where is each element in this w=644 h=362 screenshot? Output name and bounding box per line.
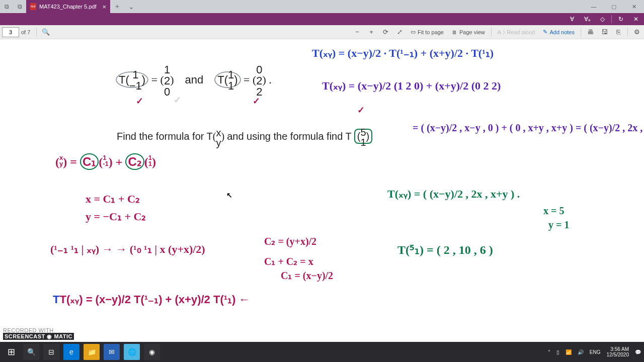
search-taskbar-icon[interactable]: 🔍 bbox=[23, 344, 39, 360]
search-icon[interactable]: 🔍 bbox=[39, 25, 53, 39]
windows-taskbar[interactable]: ⊞ 🔍 ⊟ e 📁 ✉ 🌐 ◉ ˄ ▯ 📶 🔊 ENG 3:56 AM12/5/… bbox=[0, 342, 644, 362]
tray-wifi-icon[interactable]: 📶 bbox=[566, 349, 572, 355]
taskview-icon[interactable]: ⊟ bbox=[43, 344, 59, 360]
tabs-chevron-icon[interactable]: ⌄ bbox=[124, 0, 138, 13]
pdf-text-1: T(1−1) = (120) and T(11) = (022) . bbox=[116, 64, 272, 98]
anno-green-4: T(⁵₁) = ( 2 , 10 , 6 ) bbox=[397, 243, 493, 257]
anno-green-3: y = 1 bbox=[548, 219, 569, 231]
zoom-out-button[interactable]: − bbox=[350, 25, 364, 39]
tray-chevron-icon[interactable]: ˄ bbox=[548, 349, 550, 355]
tick-3: ✓ bbox=[253, 96, 260, 107]
app-mail-icon[interactable]: ✉ bbox=[104, 344, 120, 360]
cursor-icon: ↖ bbox=[226, 191, 232, 200]
anno-blue-1: T(ₓᵧ) = (x−y)/2 · T(¹₋₁) + (x+y)/2 · T(¹… bbox=[312, 47, 494, 60]
tray-lang[interactable]: ENG bbox=[590, 349, 601, 355]
screencast-watermark: RECORDED WITH SCREENCAST ◉ MATIC bbox=[3, 327, 74, 340]
tick-2: ✓ bbox=[174, 95, 181, 106]
system-tray[interactable]: ˄ ▯ 📶 🔊 ENG 3:56 AM12/5/2020 💬 bbox=[548, 346, 641, 357]
tray-volume-icon[interactable]: 🔊 bbox=[578, 349, 584, 355]
tabactions-icon[interactable]: ⧉ bbox=[0, 0, 13, 13]
anno-red-6: C₁ + C₂ = x bbox=[264, 255, 313, 267]
app-explorer-icon[interactable]: 📁 bbox=[84, 344, 100, 360]
toolbar-sep2 bbox=[491, 28, 492, 37]
anno-purple-1: T(ₓᵧ) = (x−y)/2 (1 2 0) + (x+y)/2 (0 2 2… bbox=[322, 79, 501, 93]
zoom-in-button[interactable]: + bbox=[364, 25, 378, 39]
anno-red-8: TT(ₓᵧ) = (x−y)/2 T(¹₋₁) + (x+y)/2 T(¹₁) … bbox=[53, 293, 250, 306]
highlight-icon[interactable]: ∀ bbox=[566, 14, 578, 24]
app-edge-icon[interactable]: e bbox=[63, 344, 79, 360]
print-icon[interactable]: 🖶 bbox=[583, 25, 597, 39]
tab-active[interactable]: MAT423_Chapter 5.pdf × bbox=[26, 0, 110, 13]
read-aloud-button[interactable]: A) Read aloud bbox=[494, 25, 539, 39]
close-pane-icon[interactable]: ✕ bbox=[630, 14, 642, 24]
toolbar-sep bbox=[36, 28, 37, 37]
anno-red-5: C₂ = (y+x)/2 bbox=[264, 235, 316, 247]
settings-icon[interactable]: ⚙ bbox=[630, 25, 644, 39]
expand-icon[interactable]: ⤢ bbox=[392, 25, 407, 39]
save-icon[interactable]: 🖫 bbox=[597, 25, 611, 39]
document-page: T(1−1) = (120) and T(11) = (022) . ✓ ✓ ✓… bbox=[0, 39, 644, 342]
anno-purple-2: = ( (x−y)/2 , x−y , 0 ) + ( 0 , x+y , x+… bbox=[413, 122, 644, 134]
anno-red-3: y = −C₁ + C₂ bbox=[86, 210, 146, 223]
pdf-text-2: Find the formula for T(xy) and using the… bbox=[117, 127, 372, 148]
anno-red-4: (¹₋₁ ¹₁ | ₓᵧ) → → (¹₀ ¹₁ | x (y+x)/2) bbox=[50, 243, 205, 256]
tick-4: ✓ bbox=[357, 105, 365, 116]
anno-green-1: T(ₓᵧ) = ( (x−y)/2 , 2x , x+y ) . bbox=[387, 188, 520, 201]
window-titlebar: ⧉ ⧉ MAT423_Chapter 5.pdf × ＋ ⌄ — ▢ ✕ bbox=[0, 0, 644, 13]
close-tab-icon[interactable]: × bbox=[100, 3, 107, 11]
tab-title: MAT423_Chapter 5.pdf bbox=[39, 4, 97, 10]
tray-clock[interactable]: 3:56 AM12/5/2020 bbox=[607, 346, 629, 357]
anno-red-1: (xy) = C₁(1-1) + C₂(11) bbox=[55, 155, 156, 169]
pdf-toolbar: of 7 🔍 − + ⟳ ⤢ ▭ Fit to page 🗎 Page view… bbox=[0, 25, 644, 39]
fit-to-page-button[interactable]: ▭ Fit to page bbox=[407, 25, 448, 39]
new-tab-button[interactable]: ＋ bbox=[110, 0, 124, 13]
start-button[interactable]: ⊞ bbox=[3, 344, 19, 360]
toolbar-sep4 bbox=[627, 28, 628, 37]
tick-1: ✓ bbox=[136, 96, 143, 107]
saveas-icon[interactable]: ⎘ bbox=[611, 25, 625, 39]
tray-notifications-icon[interactable]: 💬 bbox=[635, 349, 641, 355]
tabactions2-icon[interactable]: ⧉ bbox=[13, 0, 26, 13]
page-view-button[interactable]: 🗎 Page view bbox=[448, 25, 489, 39]
anno-red-7: C₁ = (x−y)/2 bbox=[281, 269, 333, 282]
maximize-button[interactable]: ▢ bbox=[604, 0, 624, 13]
add-notes-button[interactable]: ✎ Add notes bbox=[539, 25, 579, 39]
rotate-icon[interactable]: ⟳ bbox=[378, 25, 392, 39]
refresh-icon[interactable]: ↻ bbox=[615, 14, 627, 24]
ribbon-sep bbox=[611, 15, 612, 23]
erase-icon[interactable]: ◇ bbox=[596, 14, 608, 24]
app-edge2-icon[interactable]: 🌐 bbox=[124, 344, 140, 360]
toolbar-sep3 bbox=[581, 28, 581, 37]
close-window-button[interactable]: ✕ bbox=[624, 0, 644, 13]
app-record-icon[interactable]: ◉ bbox=[144, 344, 160, 360]
anno-red-2: x = C₁ + C₂ bbox=[86, 193, 140, 206]
minimize-button[interactable]: — bbox=[584, 0, 604, 13]
tray-battery-icon[interactable]: ▯ bbox=[556, 349, 559, 355]
pdf-icon bbox=[30, 3, 36, 10]
page-count: of 7 bbox=[19, 29, 34, 35]
app-ribbon: ∀ ∀ₐ ◇ ↻ ✕ bbox=[0, 13, 644, 25]
highlight2-icon[interactable]: ∀ₐ bbox=[581, 14, 593, 24]
page-number-input[interactable] bbox=[2, 27, 19, 37]
anno-green-2: x = 5 bbox=[543, 205, 564, 217]
